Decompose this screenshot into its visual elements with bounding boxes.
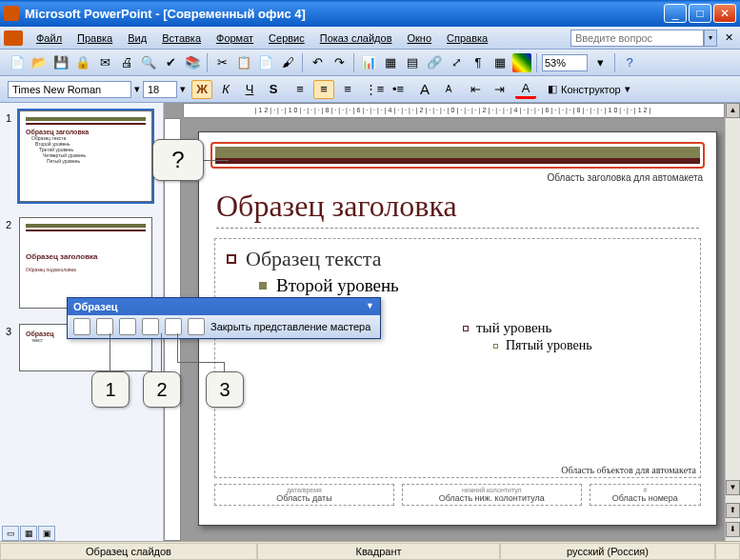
chart-icon[interactable]: 📊: [359, 53, 378, 72]
slideshow-view-icon[interactable]: ▣: [38, 526, 55, 541]
sorter-view-icon[interactable]: ▦: [20, 526, 37, 541]
minimize-button[interactable]: _: [664, 4, 687, 23]
bullet-2-icon: [259, 282, 267, 290]
italic-button[interactable]: К: [215, 80, 236, 99]
thumbnail-2[interactable]: Образец заголовка Образец подзаголовка: [19, 217, 152, 309]
tables-icon[interactable]: ▤: [403, 53, 422, 72]
close-master-button[interactable]: Закрыть представление мастера: [210, 321, 370, 332]
master-toolbar[interactable]: Образец▼ Закрыть представление мастера: [67, 297, 381, 339]
open-icon[interactable]: 📂: [30, 53, 49, 72]
help-dropdown[interactable]: ▾: [704, 30, 717, 47]
color-icon[interactable]: [512, 53, 531, 72]
title-hint: Область заголовка для автомакета: [199, 172, 703, 183]
scroll-up-icon[interactable]: ▲: [726, 103, 740, 118]
scroll-down-icon[interactable]: ▼: [726, 480, 740, 495]
bullet-5-icon: [493, 344, 498, 349]
save-icon[interactable]: 💾: [51, 53, 70, 72]
bullets-icon[interactable]: •≡: [388, 80, 409, 99]
copy-icon[interactable]: 📋: [234, 53, 253, 72]
font-dropdown-icon[interactable]: ▾: [134, 83, 140, 95]
font-shrink-icon[interactable]: A: [438, 80, 459, 99]
menu-slideshow[interactable]: Показ слайдов: [312, 30, 400, 46]
master-icon-4[interactable]: [142, 318, 159, 335]
body-placeholder[interactable]: Образец текста Второй уровень овень тый …: [214, 238, 701, 478]
thumbnail-1[interactable]: Образец заголовка Образец текста Второй …: [19, 110, 152, 202]
control-icon[interactable]: [4, 30, 23, 46]
preview-icon[interactable]: 🔍: [139, 53, 158, 72]
grid-icon[interactable]: ▦: [490, 53, 510, 72]
outdent-icon[interactable]: ⇤: [465, 80, 486, 99]
date-placeholder[interactable]: дата/времяОбласть даты: [214, 484, 394, 506]
paste-icon[interactable]: 📄: [256, 53, 275, 72]
menu-insert[interactable]: Вставка: [154, 30, 209, 46]
prev-slide-icon[interactable]: ⬆: [726, 503, 740, 518]
size-dropdown-icon[interactable]: ▾: [180, 83, 186, 95]
slide-title[interactable]: Образец заголовка: [216, 189, 699, 229]
permission-icon[interactable]: 🔒: [73, 53, 92, 72]
size-select[interactable]: [143, 81, 177, 98]
number-placeholder[interactable]: #Область номера: [590, 484, 701, 506]
zoom-dropdown-icon[interactable]: ▾: [590, 53, 610, 72]
align-right-icon[interactable]: ≡: [337, 80, 358, 99]
print-icon[interactable]: 🖨: [117, 53, 136, 72]
status-corner: [715, 543, 740, 560]
toolbar-dropdown-icon[interactable]: ▼: [366, 301, 374, 312]
menu-help[interactable]: Справка: [439, 30, 495, 46]
expand-icon[interactable]: ⤢: [447, 53, 466, 72]
menu-format[interactable]: Формат: [209, 30, 261, 46]
email-icon[interactable]: ✉: [95, 53, 114, 72]
shadow-button[interactable]: S: [263, 80, 284, 99]
hyperlink-icon[interactable]: 🔗: [425, 53, 444, 72]
master-icon-1[interactable]: [73, 318, 90, 335]
redo-icon[interactable]: ↷: [330, 53, 349, 72]
bullet-4-icon: [463, 326, 469, 331]
menu-view[interactable]: Вид: [120, 30, 154, 46]
indent-icon[interactable]: ⇥: [489, 80, 510, 99]
format-toolbar: ▾ ▾ Ж К Ч S ≡ ≡ ≡ ⋮≡ •≡ A A ⇤ ⇥ A ◧ Конс…: [0, 76, 740, 103]
show-format-icon[interactable]: ¶: [469, 53, 488, 72]
footer-placeholder[interactable]: нижний колонтитулОбласть ниж. колонтитул…: [402, 484, 582, 506]
underline-button[interactable]: Ч: [239, 80, 260, 99]
font-select[interactable]: [8, 81, 131, 98]
next-slide-icon[interactable]: ⬇: [726, 522, 740, 537]
designer-button[interactable]: ◧ Конструктор ▾: [542, 81, 636, 97]
spell-icon[interactable]: ✔: [161, 53, 180, 72]
bold-button[interactable]: Ж: [191, 80, 212, 99]
title-placeholder[interactable]: [210, 142, 705, 169]
align-center-icon[interactable]: ≡: [313, 80, 334, 99]
callout-3: 3: [206, 371, 244, 408]
zoom-input[interactable]: [542, 54, 588, 71]
align-left-icon[interactable]: ≡: [290, 80, 310, 99]
view-buttons: ▭ ▦ ▣: [2, 526, 55, 541]
vertical-scrollbar[interactable]: ▲ ▼ ⬆ ⬇: [725, 103, 740, 541]
numbering-icon[interactable]: ⋮≡: [364, 80, 385, 99]
doc-close-button[interactable]: ✕: [721, 31, 736, 45]
close-button[interactable]: ✕: [713, 4, 736, 23]
callout-2: 2: [143, 371, 181, 408]
master-icon-5[interactable]: [165, 318, 182, 335]
help-icon[interactable]: ?: [620, 53, 639, 72]
maximize-button[interactable]: □: [689, 4, 711, 23]
menu-window[interactable]: Окно: [400, 30, 440, 46]
table-icon[interactable]: ▦: [381, 53, 400, 72]
callout-1: 1: [91, 371, 130, 408]
horizontal-ruler[interactable]: |12|·|·|10|·|·|·|8|·|·|·|6|·|·|·|4|·|·|·…: [183, 103, 725, 118]
normal-view-icon[interactable]: ▭: [2, 526, 19, 541]
master-icon-3[interactable]: [119, 318, 136, 335]
status-language[interactable]: русский (Россия): [500, 543, 715, 560]
format-painter-icon[interactable]: 🖌: [278, 53, 297, 72]
master-title: Образец: [73, 301, 118, 312]
undo-icon[interactable]: ↶: [308, 53, 327, 72]
font-grow-icon[interactable]: A: [414, 80, 435, 99]
master-icon-6[interactable]: [188, 318, 205, 335]
cut-icon[interactable]: ✂: [212, 53, 231, 72]
menu-edit[interactable]: Правка: [70, 30, 120, 46]
font-color-icon[interactable]: A: [515, 80, 536, 99]
research-icon[interactable]: 📚: [183, 53, 202, 72]
menu-tools[interactable]: Сервис: [261, 30, 312, 46]
new-icon[interactable]: 📄: [8, 53, 27, 72]
standard-toolbar: 📄 📂 💾 🔒 ✉ 🖨 🔍 ✔ 📚 ✂ 📋 📄 🖌 ↶ ↷ 📊 ▦ ▤ 🔗 ⤢ …: [0, 50, 740, 76]
help-question-input[interactable]: [570, 30, 704, 47]
menu-file[interactable]: Файл: [29, 30, 70, 46]
master-icon-2[interactable]: [96, 318, 113, 335]
